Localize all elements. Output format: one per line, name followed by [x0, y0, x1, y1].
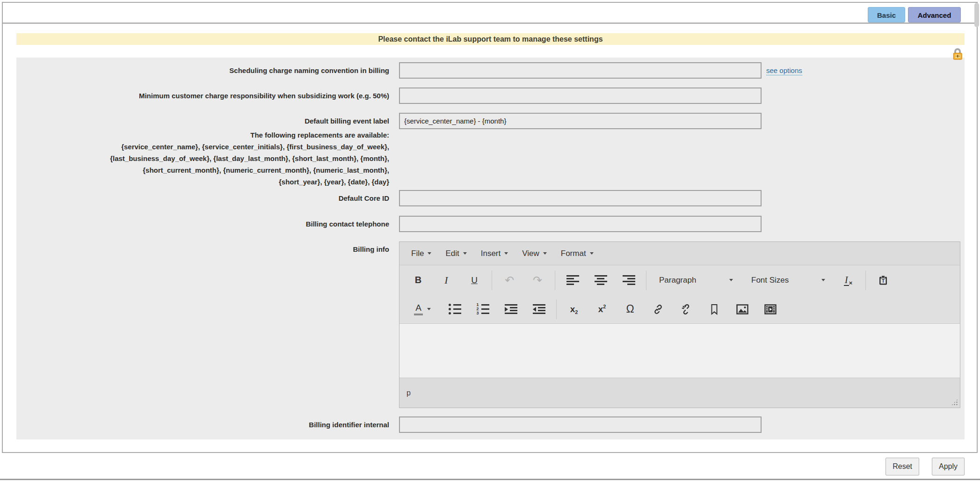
billing-event-help-line: {short_current_month}, {numeric_current_…	[16, 164, 389, 176]
remove-link-button[interactable]	[676, 300, 697, 319]
see-options-link[interactable]: see options	[766, 66, 802, 75]
tab-basic[interactable]: Basic	[868, 7, 905, 22]
chevron-down-icon	[729, 279, 733, 281]
special-character-button[interactable]: Ω	[620, 300, 640, 319]
media-icon	[764, 304, 777, 314]
subscript-icon: x 2	[570, 304, 578, 314]
undo-icon: ↶	[505, 274, 514, 287]
top-tab-bar: Basic Advanced	[3, 3, 977, 24]
min-charge-label: Minimum customer charge responsibility w…	[16, 88, 389, 104]
chevron-down-icon	[543, 252, 547, 255]
lock-icon	[951, 47, 964, 61]
billing-event-help-line: {service_center_name}, {service_center_i…	[16, 141, 389, 153]
settings-form-panel: Scheduling charge naming convention in b…	[16, 58, 965, 439]
superscript-digit: 2	[603, 304, 606, 309]
clear-formatting-button[interactable]: I ×	[838, 271, 858, 290]
numbered-list-button[interactable]: 1 2 3	[472, 300, 493, 319]
align-left-button[interactable]	[562, 271, 583, 290]
row-core-id: Default Core ID	[16, 190, 965, 206]
undo-button[interactable]: ↶	[499, 271, 520, 290]
toolbar-separator	[555, 270, 555, 290]
numbered-list-digit: 2	[476, 308, 479, 310]
menu-edit-label: Edit	[445, 249, 459, 258]
editor-menubar: File Edit Insert View Format	[399, 242, 960, 265]
insert-link-button[interactable]	[648, 300, 668, 319]
outdent-button[interactable]	[529, 300, 549, 319]
svg-text:T: T	[882, 278, 885, 284]
scheduling-charge-label: Scheduling charge naming convention in b…	[16, 62, 389, 79]
billing-event-label-input[interactable]	[399, 113, 762, 129]
indent-button[interactable]	[501, 300, 521, 319]
identifier-internal-input[interactable]	[399, 416, 762, 433]
image-icon	[736, 304, 748, 314]
bold-icon: B	[415, 275, 421, 285]
menu-format-label: Format	[561, 249, 586, 258]
row-billing-event-label: Default billing event label The followin…	[16, 113, 965, 188]
menu-file[interactable]: File	[404, 245, 438, 262]
chevron-down-icon	[427, 308, 431, 310]
text-color-button[interactable]: A	[408, 300, 437, 319]
numbered-list-digit: 1	[476, 304, 479, 306]
chevron-down-icon	[590, 252, 594, 255]
core-id-input[interactable]	[399, 190, 762, 206]
subscript-base: x	[570, 304, 575, 314]
numbered-list-icon: 1 2 3	[476, 304, 489, 314]
identifier-internal-label: Billing identifier internal	[16, 416, 389, 433]
paragraph-format-dropdown[interactable]: Paragraph	[653, 271, 739, 290]
menu-edit[interactable]: Edit	[438, 245, 473, 262]
clear-formatting-x: ×	[849, 280, 853, 286]
underline-button[interactable]: U	[464, 271, 485, 290]
bold-button[interactable]: B	[408, 271, 428, 290]
billing-info-editor: File Edit Insert View Format B I U ↶ ↷	[399, 241, 960, 408]
menu-insert[interactable]: Insert	[474, 245, 515, 262]
menu-file-label: File	[411, 249, 424, 258]
support-banner: Please contact the iLab support team to …	[16, 33, 965, 45]
bullet-list-button[interactable]	[444, 300, 465, 319]
insert-image-button[interactable]	[732, 300, 753, 319]
row-telephone: Billing contact telephone	[16, 216, 965, 232]
core-id-label: Default Core ID	[16, 190, 389, 206]
align-right-button[interactable]	[618, 271, 639, 290]
toolbar-separator	[492, 270, 492, 290]
font-sizes-dropdown[interactable]: Font Sizes	[745, 271, 831, 290]
insert-media-button[interactable]	[760, 300, 781, 319]
editor-status-bar: p	[399, 378, 960, 408]
chevron-down-icon	[428, 252, 431, 255]
reset-button[interactable]: Reset	[886, 458, 919, 475]
italic-button[interactable]: I	[436, 271, 457, 290]
numbered-list-digit: 3	[476, 312, 479, 314]
telephone-input[interactable]	[399, 216, 762, 232]
scrollbar-thumb[interactable]	[974, 3, 979, 27]
menu-format[interactable]: Format	[554, 245, 601, 262]
paste-as-text-icon: T	[878, 275, 889, 286]
redo-button[interactable]: ↷	[527, 271, 548, 290]
min-charge-input[interactable]	[399, 88, 762, 104]
font-sizes-value: Font Sizes	[751, 276, 789, 285]
outdent-icon	[533, 304, 545, 314]
billing-event-help-line: The following replacements are available…	[16, 129, 389, 141]
superscript-button[interactable]: x 2	[592, 300, 612, 319]
editor-content-area[interactable]	[399, 324, 960, 378]
paste-as-text-button[interactable]: T	[873, 271, 893, 290]
menu-view[interactable]: View	[515, 245, 554, 262]
text-color-letter: A	[414, 303, 423, 315]
subscript-digit: 2	[575, 310, 578, 314]
align-center-button[interactable]	[590, 271, 611, 290]
clear-formatting-icon: I ×	[844, 275, 853, 286]
link-icon	[653, 304, 664, 315]
tab-advanced[interactable]: Advanced	[908, 7, 961, 22]
anchor-button[interactable]	[704, 300, 725, 319]
scheduling-charge-input[interactable]	[399, 62, 762, 79]
redo-icon: ↷	[533, 274, 542, 287]
toolbar-separator	[646, 270, 646, 290]
bookmark-icon	[709, 304, 719, 315]
apply-button[interactable]: Apply	[932, 458, 965, 475]
align-center-icon	[595, 275, 607, 285]
menu-insert-label: Insert	[481, 249, 501, 258]
chevron-down-icon	[504, 252, 508, 255]
row-min-charge: Minimum customer charge responsibility w…	[16, 88, 965, 104]
subscript-button[interactable]: x 2	[564, 300, 584, 319]
text-color-icon: A	[414, 303, 431, 315]
resize-grip[interactable]	[951, 399, 958, 406]
window-bottom-border	[0, 479, 980, 480]
